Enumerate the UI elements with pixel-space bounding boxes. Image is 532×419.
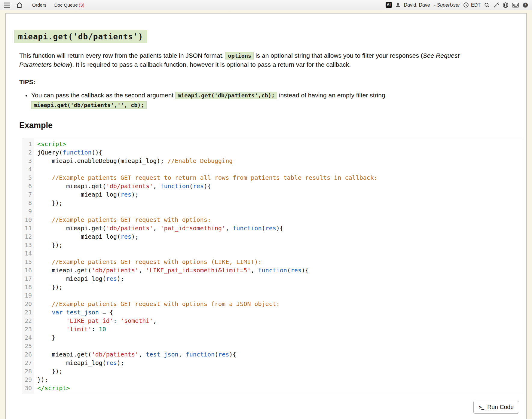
page-title: mieapi.get('db/patients') xyxy=(14,30,147,43)
run-row: >_ Run Code xyxy=(14,401,519,414)
code-line: mieapi.get('db/patients', function(res){ xyxy=(37,182,519,190)
code-line: mieapi_log(res); xyxy=(37,232,519,241)
user-role: - SuperUser xyxy=(434,2,460,8)
line-number: 27 xyxy=(23,359,32,367)
code-line xyxy=(37,342,519,350)
code-line: mieapi.get('db/patients', 'LIKE_pat_id=s… xyxy=(37,266,519,274)
line-number: 14 xyxy=(23,249,32,258)
line-number: 4 xyxy=(23,165,32,173)
code-line: }); xyxy=(37,367,519,375)
code-line-numbers: 1234567891011121314151617181920212223242… xyxy=(22,138,34,394)
code-line: //Example patients GET request with opti… xyxy=(37,258,519,266)
topbar: Orders Doc Queue(3) AI David, Dave - Sup… xyxy=(0,0,532,10)
code-line xyxy=(37,165,519,173)
topbar-nav: Orders Doc Queue(3) xyxy=(32,2,84,8)
run-code-label: Run Code xyxy=(487,404,514,411)
example-heading: Example xyxy=(19,121,523,130)
line-number: 30 xyxy=(23,384,32,392)
line-number: 15 xyxy=(23,258,32,266)
code-line: }); xyxy=(37,375,519,384)
code-line: 'limit': 10 xyxy=(37,325,519,333)
line-number: 22 xyxy=(23,317,32,325)
doc-queue-count: (3) xyxy=(79,2,84,8)
line-number: 6 xyxy=(23,182,32,190)
tip-text-2: instead of having an empty filter string xyxy=(277,92,385,99)
tips-list: You can pass the callback as the second … xyxy=(19,90,461,110)
code-line: }); xyxy=(37,199,519,207)
line-number: 16 xyxy=(23,266,32,274)
nav-orders[interactable]: Orders xyxy=(32,2,46,8)
line-number: 25 xyxy=(23,342,32,350)
code-line: }); xyxy=(37,241,519,249)
intro-paragraph: This function will return every row from… xyxy=(19,51,470,69)
line-number: 11 xyxy=(23,224,32,232)
code-line: //Example patients GET request with opti… xyxy=(37,300,519,308)
menu-icon[interactable] xyxy=(4,2,11,8)
help-icon[interactable]: ? xyxy=(522,2,528,8)
line-number: 2 xyxy=(23,148,32,157)
code-lines: <script>jQuery(function(){ mieapi.enable… xyxy=(34,138,522,394)
line-number: 18 xyxy=(23,283,32,291)
code-line: mieapi_log(res); xyxy=(37,190,519,199)
tip-code-2: mieapi.get('db/patients','', cb); xyxy=(31,101,147,109)
code-line: mieapi.get('db/patients', test_json, fun… xyxy=(37,350,519,359)
line-number: 28 xyxy=(23,367,32,375)
line-number: 8 xyxy=(23,199,32,207)
code-line: } xyxy=(37,333,519,342)
code-line xyxy=(37,249,519,258)
code-line: mieapi.enableDebug(mieapi_log); //Enable… xyxy=(37,157,519,165)
search-icon[interactable] xyxy=(484,2,490,8)
code-block[interactable]: 1234567891011121314151617181920212223242… xyxy=(22,138,522,394)
code-line: }); xyxy=(37,283,519,291)
line-number: 12 xyxy=(23,232,32,241)
line-number: 29 xyxy=(23,375,32,384)
code-line: mieapi.get('db/patients', 'pat_id=someth… xyxy=(37,224,519,232)
doc-queue-label: Doc Queue xyxy=(54,2,78,8)
line-number: 3 xyxy=(23,157,32,165)
code-line: 'LIKE_pat_id': 'somethi', xyxy=(37,317,519,325)
line-number: 19 xyxy=(23,291,32,300)
line-number: 7 xyxy=(23,190,32,199)
doc-panel: mieapi.get('db/patients') This function … xyxy=(5,13,527,419)
intro-text-2: is an optional string that allows you to… xyxy=(254,52,423,59)
line-number: 10 xyxy=(23,216,32,224)
line-number: 5 xyxy=(23,173,32,182)
timezone-label: EDT xyxy=(471,2,481,8)
code-line: jQuery(function(){ xyxy=(37,148,519,157)
inline-code-options: options xyxy=(225,52,254,60)
code-line: mieapi_log(res); xyxy=(37,274,519,283)
code-line: mieapi_log(res); xyxy=(37,359,519,367)
code-line: //Example patients GET request with opti… xyxy=(37,216,519,224)
ai-badge[interactable]: AI xyxy=(386,2,392,8)
terminal-prompt-icon: >_ xyxy=(479,404,484,410)
home-icon[interactable] xyxy=(16,2,23,8)
user-name: David, Dave xyxy=(404,2,430,8)
line-number: 26 xyxy=(23,350,32,359)
globe-icon[interactable] xyxy=(503,2,509,8)
code-line: </script> xyxy=(37,384,519,392)
keyboard-icon[interactable] xyxy=(512,2,519,8)
tip-code-1: mieapi.get('db/patients',cb); xyxy=(175,92,277,99)
code-line xyxy=(37,291,519,300)
code-line: <script> xyxy=(37,140,519,148)
page-title-row: mieapi.get('db/patients') xyxy=(14,30,523,43)
line-number: 21 xyxy=(23,308,32,317)
code-line: //Example patients GET request to return… xyxy=(37,173,519,182)
code-line: var test_json = { xyxy=(37,308,519,317)
intro-text-3: ). It is required to pass a callback fun… xyxy=(70,61,351,68)
intro-text-1: This function will return every row from… xyxy=(19,52,225,59)
user-icon xyxy=(395,2,401,8)
line-number: 1 xyxy=(23,140,32,148)
wand-icon[interactable] xyxy=(493,2,499,8)
run-code-button[interactable]: >_ Run Code xyxy=(473,401,519,414)
line-number: 13 xyxy=(23,241,32,249)
clock-icon[interactable] xyxy=(463,2,469,8)
tips-heading: TIPS: xyxy=(19,78,523,86)
code-line xyxy=(37,207,519,216)
tip-item: You can pass the callback as the second … xyxy=(31,90,461,110)
line-number: 23 xyxy=(23,325,32,333)
tip-text-1: You can pass the callback as the second … xyxy=(31,92,175,99)
line-number: 24 xyxy=(23,333,32,342)
nav-doc-queue[interactable]: Doc Queue(3) xyxy=(54,2,84,8)
line-number: 9 xyxy=(23,207,32,216)
